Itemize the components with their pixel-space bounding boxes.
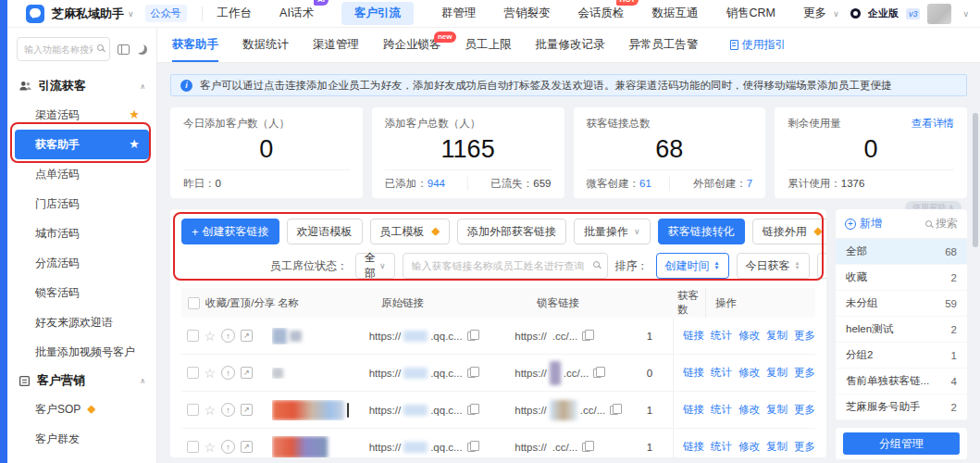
top-nav-item[interactable]: 营销裂变 xyxy=(503,3,550,24)
top-nav-item[interactable]: 工作台 xyxy=(217,3,253,24)
sort-button[interactable]: 创建时间 ▲▼ xyxy=(656,253,729,279)
row-action-link[interactable]: 更多 xyxy=(794,403,815,417)
row-action-link[interactable]: 修改 xyxy=(738,329,760,343)
copy-icon[interactable] xyxy=(582,443,590,452)
pin-top-icon[interactable]: ↑ xyxy=(221,366,235,380)
group-item[interactable]: 售前单独获客链... 4 xyxy=(836,369,967,394)
group-manage-button[interactable]: 分组管理 xyxy=(843,432,960,455)
sidebar-item[interactable]: 批量添加视频号客户 xyxy=(15,337,149,367)
add-group-button[interactable]: + 新增 xyxy=(845,216,882,232)
chevron-up-icon[interactable]: ∧ xyxy=(140,82,145,91)
row-action-link[interactable]: 修改 xyxy=(738,403,760,417)
sidebar-item[interactable]: 渠道活码 ★ xyxy=(15,100,149,130)
row-action-link[interactable]: 更多 xyxy=(794,366,815,380)
row-action-link[interactable]: 复制 xyxy=(766,366,788,380)
top-nav-item[interactable]: 销售CRM xyxy=(726,3,775,24)
page-tab[interactable]: 员工上限 xyxy=(465,28,512,62)
group-item[interactable]: 分组2 1 xyxy=(836,343,967,369)
group-item[interactable]: 未分组 59 xyxy=(836,291,967,317)
sidebar-item[interactable]: 分流活码 xyxy=(15,248,149,278)
group-item[interactable]: 全部 68 xyxy=(836,239,967,265)
row-action-link[interactable]: 统计 xyxy=(711,403,732,417)
sidebar-section-acquisition[interactable]: 引流获客 ∧ xyxy=(7,72,156,100)
toolbar-button[interactable]: 添加外部获客链接 xyxy=(457,219,566,244)
top-nav-item[interactable]: 数据互通 xyxy=(651,3,698,24)
toolbar-button[interactable]: + 创建获客链接 xyxy=(181,219,279,244)
row-action-link[interactable]: 链接 xyxy=(683,366,704,380)
chevron-up-icon[interactable]: ∧ xyxy=(140,377,145,385)
group-search-button[interactable]: 搜索 xyxy=(925,216,958,232)
sidebar-item[interactable]: 锁客活码 xyxy=(15,278,149,307)
row-action-link[interactable]: 复制 xyxy=(766,329,788,343)
row-action-link[interactable]: 复制 xyxy=(766,440,788,454)
group-item[interactable]: 芝麻服务号助手 2 xyxy=(836,394,967,420)
toolbar-button[interactable]: 链接外用 ◆ xyxy=(752,219,826,244)
sidebar-item[interactable]: 获客助手 ★ xyxy=(15,130,149,159)
wecom-created-link[interactable]: 61 xyxy=(639,178,651,189)
scrollbar-thumb[interactable] xyxy=(973,113,978,247)
seat-status-select[interactable]: 全部 ∨ xyxy=(355,253,395,279)
search-icon[interactable] xyxy=(593,261,600,268)
pin-top-icon[interactable]: ↑ xyxy=(221,440,235,454)
sidebar-item[interactable]: 城市活码 xyxy=(15,219,149,248)
sidebar-item[interactable]: 好友来源欢迎语 xyxy=(15,307,149,337)
row-action-link[interactable]: 统计 xyxy=(711,329,732,343)
page-tab[interactable]: 获客助手 xyxy=(172,28,218,62)
row-action-link[interactable]: 统计 xyxy=(711,440,732,454)
sidebar-section-marketing[interactable]: 客户营销 ∧ xyxy=(7,367,156,394)
top-nav-item[interactable]: 更多 ∨ xyxy=(803,3,839,24)
page-tab[interactable]: 批量修改记录 xyxy=(536,28,605,62)
official-account-tag[interactable]: 公众号 xyxy=(145,5,187,22)
copy-icon[interactable] xyxy=(467,369,476,378)
star-icon[interactable]: ★ xyxy=(129,130,140,159)
row-action-link[interactable]: 链接 xyxy=(683,440,704,454)
share-icon[interactable]: ↗ xyxy=(241,330,253,342)
usage-guide-link[interactable]: 使用指引 xyxy=(730,37,787,53)
table-search-input[interactable] xyxy=(403,253,608,279)
page-tab[interactable]: 数据统计 xyxy=(242,28,289,62)
sidebar-item[interactable]: 门店活码 xyxy=(15,189,149,219)
top-nav-item[interactable]: 会话质检 HOT xyxy=(577,3,624,24)
star-icon[interactable]: ★ xyxy=(129,100,140,130)
copy-icon[interactable] xyxy=(610,406,618,415)
copy-icon[interactable] xyxy=(467,443,476,452)
favorite-star-icon[interactable]: ☆ xyxy=(204,366,216,381)
favorite-star-icon[interactable]: ☆ xyxy=(204,329,216,344)
sidebar-item[interactable]: 点单活码 xyxy=(15,159,149,189)
sort-button[interactable]: 今日获客 ▲▼ xyxy=(737,253,810,279)
copy-icon[interactable] xyxy=(593,369,602,378)
row-action-link[interactable]: 更多 xyxy=(794,329,815,343)
copy-icon[interactable] xyxy=(582,332,590,341)
row-action-link[interactable]: 更多 xyxy=(794,440,815,454)
row-checkbox[interactable] xyxy=(187,367,199,379)
row-action-link[interactable]: 修改 xyxy=(738,366,760,380)
group-item[interactable]: 收藏 2 xyxy=(836,265,967,291)
row-action-link[interactable]: 修改 xyxy=(738,440,760,454)
copy-icon[interactable] xyxy=(467,406,476,415)
row-checkbox[interactable] xyxy=(187,441,199,453)
row-action-link[interactable]: 链接 xyxy=(683,403,704,417)
top-nav-item[interactable]: 群管理 xyxy=(441,3,477,24)
sidebar-search-input[interactable] xyxy=(17,37,110,61)
row-action-link[interactable]: 链接 xyxy=(683,329,704,343)
page-tab[interactable]: 渠道管理 xyxy=(313,28,359,62)
row-checkbox[interactable] xyxy=(187,404,199,416)
page-tab[interactable]: 跨企业锁客 new xyxy=(383,28,441,62)
page-tab[interactable]: 异常员工告警 xyxy=(629,28,699,62)
collapse-panel-icon[interactable] xyxy=(118,44,130,55)
external-created-link[interactable]: 7 xyxy=(747,178,752,189)
favorite-star-icon[interactable]: ☆ xyxy=(204,440,216,455)
row-action-link[interactable]: 统计 xyxy=(711,366,732,380)
share-icon[interactable]: ↗ xyxy=(241,441,253,453)
top-nav-item[interactable]: AI话术 AI xyxy=(279,3,314,24)
toolbar-button[interactable]: 欢迎语模板 xyxy=(287,219,363,244)
sidebar-item[interactable]: 客户SOP ◆ xyxy=(15,394,149,424)
added-count-link[interactable]: 944 xyxy=(428,178,445,189)
user-avatar[interactable] xyxy=(927,4,951,24)
user-chevron-down-icon[interactable]: ∨ xyxy=(962,9,969,19)
toolbar-button[interactable]: 员工模板 ◆ xyxy=(370,219,450,244)
sidebar-item[interactable]: 客户群发 xyxy=(15,424,149,454)
select-all-checkbox[interactable] xyxy=(188,297,200,309)
brand-chevron-down-icon[interactable]: ∨ xyxy=(128,9,134,19)
row-action-link[interactable]: 复制 xyxy=(766,403,788,417)
